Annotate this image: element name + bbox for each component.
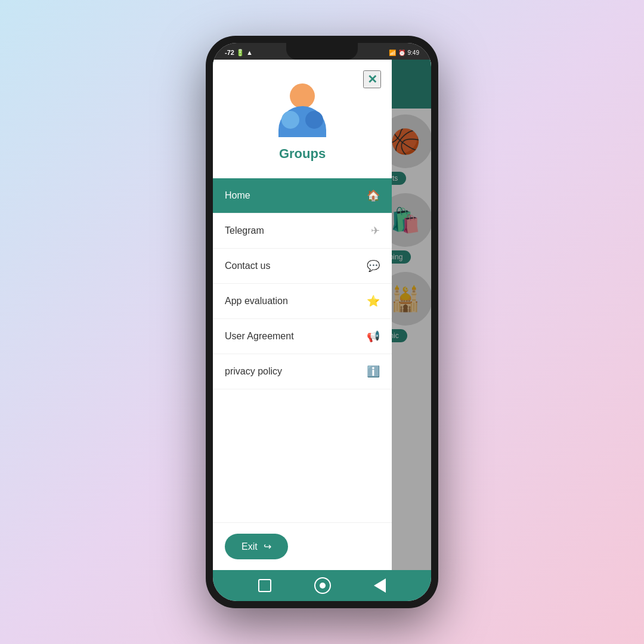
nav-square-button[interactable] (258, 579, 271, 592)
home-icon: 🏠 (367, 189, 380, 202)
menu-item-privacy[interactable]: privacy policy ℹ️ (213, 354, 392, 389)
time-display: 9:49 (408, 49, 419, 56)
menu-item-privacy-label: privacy policy (225, 366, 282, 377)
app-background: Groups telegram whatsapp 🏀 Sports (213, 60, 431, 570)
notch (286, 43, 358, 60)
avatar-container (225, 78, 380, 140)
telegram-icon: ✈ (371, 224, 380, 237)
menu-item-user-agreement-label: User Agreement (225, 331, 294, 342)
avatar-head (290, 83, 315, 109)
exit-button[interactable]: Exit ↪ (225, 534, 288, 559)
menu-item-contact[interactable]: Contact us 💬 (213, 249, 392, 284)
info-icon: ℹ️ (367, 365, 380, 378)
menu-item-app-evaluation[interactable]: App evaluation ⭐ (213, 284, 392, 319)
menu-item-telegram-label: Telegram (225, 225, 264, 236)
menu-item-user-agreement[interactable]: User Agreement 📢 (213, 319, 392, 354)
menu-item-telegram[interactable]: Telegram ✈ (213, 213, 392, 249)
nav-home-button[interactable] (314, 577, 331, 594)
avatar-body (278, 106, 326, 137)
menu-item-home[interactable]: Home 🏠 (213, 178, 392, 213)
side-drawer: ✕ Groups Home 🏠 (213, 60, 392, 570)
phone-screen: -72 🔋 ▲ 📶 ⏰ 9:49 Groups telegram (213, 43, 431, 601)
triangle-icon (374, 578, 386, 593)
menu-item-app-evaluation-label: App evaluation (225, 296, 288, 306)
circle-inner (320, 583, 326, 589)
avatar (275, 83, 329, 137)
exit-label: Exit (242, 541, 258, 552)
status-right: 📶 ⏰ 9:49 (389, 49, 419, 56)
user-agreement-icon: 📢 (367, 330, 380, 343)
close-button[interactable]: ✕ (363, 70, 381, 88)
exit-icon: ↪ (264, 541, 271, 552)
drawer-header: ✕ Groups (213, 60, 392, 178)
bottom-nav (213, 570, 431, 601)
drawer-footer: Exit ↪ (213, 522, 392, 570)
contact-icon: 💬 (367, 259, 380, 273)
drawer-menu: Home 🏠 Telegram ✈ Contact us 💬 App evalu… (213, 178, 392, 522)
sim-icon: 📶 (389, 49, 396, 56)
phone-frame: -72 🔋 ▲ 📶 ⏰ 9:49 Groups telegram (206, 36, 438, 608)
menu-item-contact-label: Contact us (225, 261, 270, 271)
nav-back-button[interactable] (374, 578, 386, 593)
star-icon: ⭐ (367, 295, 380, 308)
circle-icon (314, 577, 331, 594)
alarm-icon: ⏰ (398, 49, 405, 56)
signal-strength: -72 🔋 ▲ (225, 49, 253, 57)
square-icon (258, 579, 271, 592)
drawer-title: Groups (225, 146, 380, 162)
menu-item-home-label: Home (225, 190, 250, 201)
